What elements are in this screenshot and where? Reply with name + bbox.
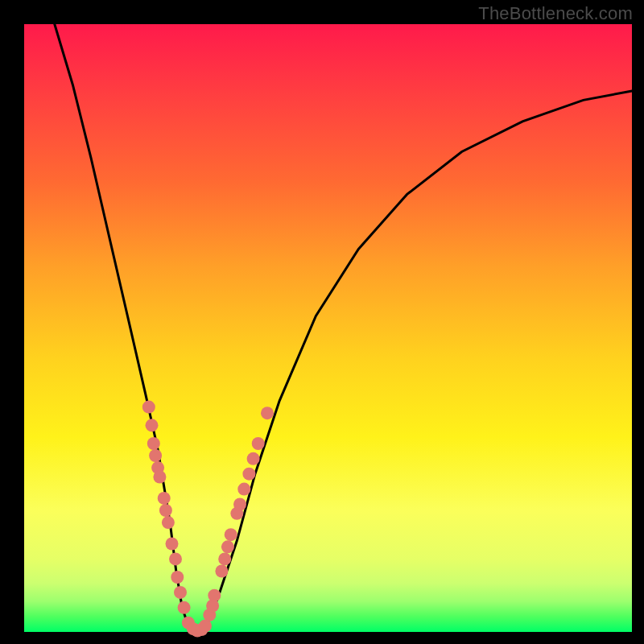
scatter-dot <box>261 407 274 419</box>
scatter-dot <box>242 468 255 481</box>
scatter-dot <box>208 589 221 602</box>
scatter-dot <box>215 565 228 578</box>
scatter-dot <box>199 620 212 633</box>
scatter-dot <box>171 571 184 584</box>
scatter-dot <box>149 449 162 462</box>
scatter-dots <box>142 401 274 638</box>
plot-area <box>24 24 632 632</box>
scatter-dot <box>158 492 171 505</box>
scatter-dot <box>237 483 250 496</box>
scatter-dot <box>147 437 160 450</box>
scatter-dot <box>218 552 231 565</box>
scatter-dot <box>166 538 179 551</box>
scatter-dot <box>221 540 234 553</box>
scatter-dot <box>174 586 187 599</box>
scatter-dot <box>162 516 175 529</box>
bottleneck-curve <box>55 24 632 632</box>
watermark-text: TheBottleneck.com <box>478 3 633 24</box>
scatter-dot <box>153 471 166 484</box>
scatter-dot <box>142 401 155 414</box>
scatter-dot <box>178 601 191 614</box>
scatter-dot <box>169 552 182 565</box>
scatter-dot <box>225 528 237 541</box>
curve-svg <box>24 24 632 632</box>
scatter-dot <box>247 452 260 465</box>
outer-frame: TheBottleneck.com <box>0 0 644 644</box>
scatter-dot <box>146 419 159 431</box>
scatter-dot <box>233 498 246 511</box>
scatter-dot <box>159 504 172 517</box>
scatter-dot <box>252 437 265 450</box>
